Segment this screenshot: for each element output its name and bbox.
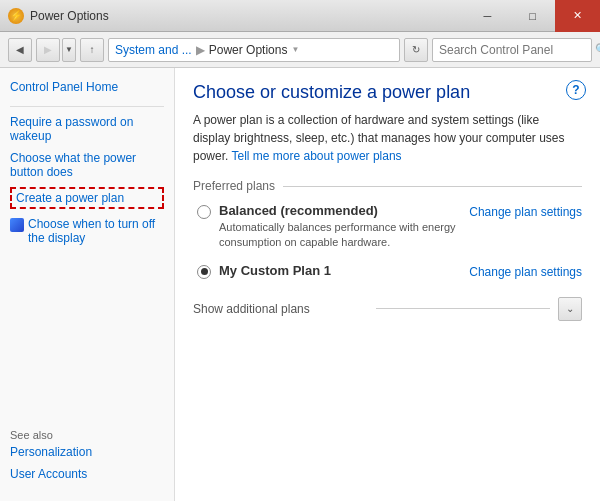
show-additional-row: Show additional plans ⌄: [193, 291, 582, 327]
maximize-button[interactable]: □: [510, 0, 555, 32]
breadcrumb: System and ... ▶ Power Options ▼: [108, 38, 400, 62]
sidebar-item-personalization[interactable]: Personalization: [10, 445, 164, 459]
search-box: 🔍: [432, 38, 592, 62]
sidebar: Control Panel Home Require a password on…: [0, 68, 175, 501]
plan-balanced-radio[interactable]: [197, 205, 211, 219]
breadcrumb-system[interactable]: System and ...: [115, 43, 192, 57]
show-additional-button[interactable]: ⌄: [558, 297, 582, 321]
sidebar-item-power-button[interactable]: Choose what the power button does: [10, 151, 164, 179]
title-bar: ⚡ Power Options ─ □ ✕: [0, 0, 600, 32]
plan-custom-radio[interactable]: [197, 265, 211, 279]
plan-balanced-info: Balanced (recommended) Automatically bal…: [219, 203, 461, 251]
close-button[interactable]: ✕: [555, 0, 600, 32]
plan-balanced-name: Balanced (recommended): [219, 203, 461, 218]
up-button[interactable]: ↑: [80, 38, 104, 62]
search-input[interactable]: [433, 43, 595, 57]
breadcrumb-current: Power Options: [209, 43, 288, 57]
content-description: A power plan is a collection of hardware…: [193, 111, 573, 165]
breadcrumb-separator: ▶: [196, 43, 205, 57]
content-area: ? Choose or customize a power plan A pow…: [175, 68, 600, 501]
plan-balanced-desc: Automatically balances performance with …: [219, 220, 461, 251]
sidebar-item-home[interactable]: Control Panel Home: [10, 80, 164, 94]
plan-custom-info: My Custom Plan 1: [219, 263, 461, 278]
search-button[interactable]: 🔍: [595, 39, 600, 61]
sidebar-item-turn-off-display[interactable]: Choose when to turn off the display: [28, 217, 164, 245]
window-title: Power Options: [30, 9, 109, 23]
plan-custom-row: My Custom Plan 1 Change plan settings: [193, 263, 582, 279]
page-title: Choose or customize a power plan: [193, 82, 582, 103]
forward-button[interactable]: ▶: [36, 38, 60, 62]
sidebar-bottom: See also Personalization User Accounts: [10, 429, 164, 489]
learn-more-link[interactable]: Tell me more about power plans: [231, 149, 401, 163]
sidebar-divider: [10, 106, 164, 107]
nav-dropdown-button[interactable]: ▼: [62, 38, 76, 62]
show-additional-line: [376, 308, 551, 309]
sidebar-item-require-password[interactable]: Require a password on wakeup: [10, 115, 164, 143]
navigation-bar: ◀ ▶ ▼ ↑ System and ... ▶ Power Options ▼…: [0, 32, 600, 68]
breadcrumb-dropdown-arrow[interactable]: ▼: [291, 45, 299, 54]
title-bar-left: ⚡ Power Options: [8, 8, 109, 24]
sidebar-item-create-plan[interactable]: Create a power plan: [10, 187, 164, 209]
minimize-button[interactable]: ─: [465, 0, 510, 32]
app-icon: ⚡: [8, 8, 24, 24]
show-additional-label: Show additional plans: [193, 302, 368, 316]
help-icon[interactable]: ?: [566, 80, 586, 100]
sidebar-item-turn-off-display-row: Choose when to turn off the display: [10, 217, 164, 245]
back-button[interactable]: ◀: [8, 38, 32, 62]
refresh-button[interactable]: ↻: [404, 38, 428, 62]
title-bar-controls: ─ □ ✕: [465, 0, 600, 32]
plan-balanced-row: Balanced (recommended) Automatically bal…: [193, 203, 582, 251]
plan-custom-name: My Custom Plan 1: [219, 263, 461, 278]
see-also-label: See also: [10, 429, 164, 441]
plan-custom-change-link[interactable]: Change plan settings: [469, 265, 582, 279]
preferred-plans-label: Preferred plans: [193, 179, 582, 193]
shield-icon: [10, 218, 24, 232]
plan-balanced-change-link[interactable]: Change plan settings: [469, 205, 582, 219]
sidebar-item-user-accounts[interactable]: User Accounts: [10, 467, 164, 481]
main-layout: Control Panel Home Require a password on…: [0, 68, 600, 501]
